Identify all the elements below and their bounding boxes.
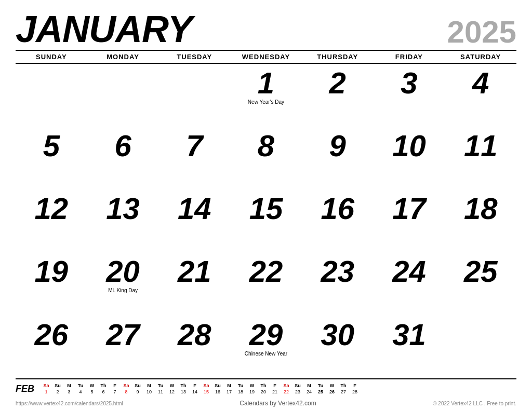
mini-day-header: F [193,382,196,389]
calendar-cell [16,64,87,127]
footer-url: https://www.vertex42.com/calendars/2025.… [16,401,123,406]
day-number: 24 [392,256,426,286]
mini-col: W26 [326,382,338,395]
mini-day-num: 26 [329,389,335,395]
calendar-cell [87,64,159,127]
mini-col: Tu4 [75,382,86,395]
day-header-sun: SUNDAY [16,53,87,61]
day-number: 11 [464,131,498,161]
calendar-cell: 21 [158,252,230,315]
calendar-cell: 8 [230,127,302,189]
calendar-cell: 6 [87,127,159,189]
day-number: 7 [186,131,203,161]
mini-day-num: 22 [284,389,289,395]
calendar-cell: 20ML King Day [87,252,159,315]
footer-center: Calendars by Vertex42.com [240,400,316,407]
mini-day-num: 1 [45,389,47,395]
day-number: 20 [106,256,140,286]
mini-col: F28 [349,382,361,395]
calendar-cell [158,64,230,127]
calendar-cell [445,316,516,378]
mini-day-num: 7 [113,389,116,395]
mini-col: Sa1 [41,382,52,395]
day-number: 22 [249,256,283,286]
day-number: 5 [43,131,60,161]
calendar-cell: 28 [158,316,230,378]
calendar-grid: 1New Year's Day2345678910111213141516171… [16,64,516,378]
mini-col: Tu25 [315,382,326,395]
day-number: 29 [249,320,283,350]
mini-day-num: 11 [158,389,163,395]
mini-day-header: F [353,382,356,389]
day-number: 12 [35,194,69,224]
mini-day-num: 8 [125,389,127,395]
day-headers: SUNDAY MONDAY TUESDAY WEDNESDAY THURSDAY… [16,51,516,64]
calendar-cell: 26 [16,316,87,378]
day-number: 14 [178,194,211,224]
mini-day-num: 23 [295,389,300,395]
mini-col: Su23 [292,382,303,395]
calendar-cell: 10 [374,127,445,189]
mini-day-header: Tu [158,382,163,389]
calendar-cell: 23 [302,252,374,315]
mini-day-num: 9 [136,389,139,395]
mini-day-header: Su [295,382,301,389]
calendar-cell: 13 [87,189,159,252]
day-number: 16 [321,194,354,224]
calendar-cell: 24 [374,252,445,315]
day-number: 28 [178,320,211,350]
calendar-cell: 14 [158,189,230,252]
holiday-label: Chinese New Year [245,351,287,357]
footer-copyright: © 2022 Vertex42 LLC . Free to print. [433,401,516,406]
mini-col: F7 [109,382,121,395]
calendar-cell: 15 [230,189,302,252]
mini-days-container: Sa1Su2M3Tu4W5Th6F7Sa8Su9M10Tu11W12Th13F1… [41,382,516,395]
day-header-sat: SATURDAY [445,53,516,61]
mini-day-num: 27 [341,389,346,395]
day-number: 2 [329,68,346,98]
mini-col: Su2 [52,382,63,395]
day-number: 21 [178,256,211,286]
footer-row: https://www.vertex42.com/calendars/2025.… [16,398,516,410]
mini-day-num: 12 [169,389,175,395]
calendar-cell: 22 [230,252,302,315]
mini-col: Th27 [338,382,349,395]
mini-day-header: M [227,382,231,389]
mini-day-num: 24 [307,389,312,395]
calendar-cell: 4 [445,64,516,127]
mini-day-header: Tu [238,382,243,389]
mini-col: Su16 [212,382,223,395]
day-header-mon: MONDAY [87,53,159,61]
mini-day-header: Th [181,382,187,389]
day-number: 19 [35,256,69,286]
mini-day-header: Tu [78,382,83,389]
day-header-thu: THURSDAY [302,53,374,61]
calendar-cell: 12 [16,189,87,252]
mini-col: Tu11 [155,382,166,395]
mini-day-header: W [90,382,95,389]
calendar-cell: 11 [445,127,516,189]
mini-day-num: 15 [204,389,209,395]
mini-day-header: W [330,382,335,389]
mini-day-header: M [67,382,71,389]
mini-day-header: Th [341,382,347,389]
mini-day-num: 5 [90,389,93,395]
calendar-cell: 16 [302,189,374,252]
header-row: JANUARY 2025 [16,10,516,48]
mini-col: F14 [189,382,201,395]
day-number: 18 [464,194,498,224]
mini-day-header: M [307,382,311,389]
holiday-label: New Year's Day [248,99,284,105]
calendar-cell: 19 [16,252,87,315]
mini-day-num: 28 [352,389,357,395]
mini-day-num: 21 [272,389,277,395]
day-number: 8 [258,131,274,161]
mini-col: Th6 [98,382,109,395]
mini-day-header: Su [55,382,61,389]
mini-day-header: F [113,382,116,389]
calendar-cell: 2 [302,64,374,127]
calendar-cell: 9 [302,127,374,189]
calendar-cell: 31 [374,316,445,378]
mini-month-label: FEB [16,384,41,394]
day-number: 25 [464,256,498,286]
